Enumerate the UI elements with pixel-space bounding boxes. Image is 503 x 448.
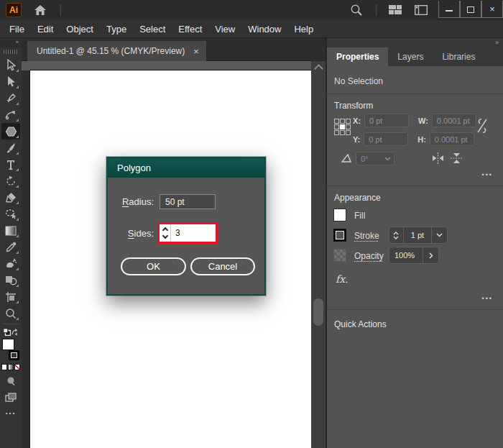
eyedropper-tool[interactable] [1,239,20,255]
sides-input[interactable]: 3 [171,224,216,242]
screen-mode-button[interactable] [1,389,20,406]
direct-selection-tool[interactable] [1,73,20,90]
tab-libraries[interactable]: Libraries [433,47,484,66]
stroke-weight-dropdown[interactable] [431,227,447,243]
opacity-expand-button[interactable] [423,247,438,263]
tab-properties[interactable]: Properties [327,47,388,66]
tools-drag-handle[interactable] [4,50,18,54]
radius-input[interactable]: 50 pt [160,194,216,209]
artboard-icon [5,291,17,303]
fx-effects-button[interactable]: fx. [336,273,349,285]
polygon-dialog-titlebar[interactable]: Polygon [108,158,264,178]
fill-swatch[interactable] [333,209,346,221]
titlebar-separator [60,4,61,16]
w-input[interactable]: 0.0001 pt [432,114,476,127]
opacity-swatch[interactable] [333,249,346,262]
window-controls: × [438,1,503,17]
stepper-icon [393,232,399,239]
default-fill-stroke-icon[interactable] [3,328,11,336]
minimize-button[interactable] [438,1,460,18]
quick-actions-heading: Quick Actions [334,319,387,329]
eraser-icon [6,192,17,203]
search-button[interactable] [347,1,366,19]
opacity-value[interactable]: 100% [389,247,423,263]
opacity-label[interactable]: Opacity [354,251,384,261]
close-button[interactable]: × [481,1,503,18]
shape-builder-tool[interactable] [1,272,20,288]
zoom-tool[interactable] [1,305,20,321]
menu-view[interactable]: View [208,20,241,38]
chevron-down-icon [384,157,391,161]
menu-select[interactable]: Select [133,20,172,38]
ok-button[interactable]: OK [121,257,186,275]
menu-file[interactable]: File [3,20,31,38]
maximize-button[interactable] [460,1,481,18]
scrollbar-up-icon[interactable] [314,64,323,70]
polygon-tool[interactable] [1,123,20,140]
section-divider [327,309,503,310]
sides-stepper[interactable] [160,224,171,242]
menu-window[interactable]: Window [241,20,287,38]
appearance-more-options[interactable]: ••• [482,295,493,302]
tab-close-icon[interactable]: × [193,47,199,56]
lasso-tool[interactable] [1,206,20,222]
document-tab-label: Untitled-1 @ 45.15 % (CMYK/Preview) [37,46,185,56]
rotate-tool[interactable] [1,173,20,189]
vertical-scrollbar[interactable] [311,61,326,448]
reference-point-locator[interactable] [334,119,351,135]
transform-more-options[interactable]: ••• [482,171,493,178]
type-tool[interactable] [1,156,20,173]
home-button[interactable] [32,2,49,18]
paintbrush-tool[interactable] [1,140,20,156]
ellipsis-icon: ••• [6,410,16,416]
flip-vertical-icon[interactable] [451,152,463,164]
selection-tool[interactable] [1,57,20,73]
menu-type[interactable]: Type [100,20,133,38]
gradient-button[interactable] [8,364,14,370]
scrollbar-thumb[interactable] [313,298,323,326]
rotation-angle-dropdown[interactable]: 0° [356,152,394,165]
tools-expand-button[interactable]: » [0,38,22,47]
none-button[interactable] [14,364,20,370]
panel-collapse-strip[interactable]: » [327,38,503,47]
constrain-proportions-broken-link-icon[interactable] [475,116,489,135]
document-tab[interactable]: Untitled-1 @ 45.15 % (CMYK/Preview) × [27,41,206,61]
curvature-tool[interactable] [1,106,20,123]
radius-mnemonic: R [122,196,129,207]
fill-color-swatch[interactable] [2,339,14,350]
tab-layers[interactable]: Layers [388,47,433,66]
pen-tool[interactable] [1,90,20,106]
eraser-tool[interactable] [1,189,20,206]
workspace-switcher-button[interactable] [412,2,430,18]
workspace-icon [415,5,428,15]
x-input[interactable]: 0 pt [364,114,409,127]
artboard-tool[interactable] [1,288,20,305]
edit-toolbar-button[interactable]: ••• [6,410,16,416]
polygon-hexagon-icon [5,126,17,137]
blend-tool[interactable] [1,255,20,272]
stroke-weight-value[interactable]: 1 pt [403,227,432,243]
menu-object[interactable]: Object [60,20,100,38]
menu-effect[interactable]: Effect [172,20,208,38]
stroke-weight-stepper[interactable] [389,227,403,243]
home-icon [34,4,47,16]
color-button[interactable] [1,364,7,370]
fill-label[interactable]: Fill [354,211,365,221]
swap-fill-stroke-icon[interactable] [11,329,19,336]
arrange-documents-button[interactable] [387,2,404,18]
stroke-color-swatch[interactable] [9,350,19,360]
stroke-swatch[interactable] [333,229,346,242]
cancel-button[interactable]: Cancel [190,257,255,275]
flip-horizontal-icon[interactable] [432,152,444,164]
sides-label-rest: ides: [134,228,154,239]
gradient-tool[interactable] [1,222,20,239]
menu-edit[interactable]: Edit [31,20,60,38]
ref-dot [334,130,339,135]
h-input[interactable]: 0.0001 pt [430,132,474,146]
ref-dot [334,119,339,124]
y-input[interactable]: 0 pt [364,132,408,146]
drawing-modes-button[interactable] [1,372,20,389]
zoom-magnifier-icon [5,308,17,319]
stroke-label[interactable]: Stroke [354,231,379,241]
menu-help[interactable]: Help [287,20,320,38]
